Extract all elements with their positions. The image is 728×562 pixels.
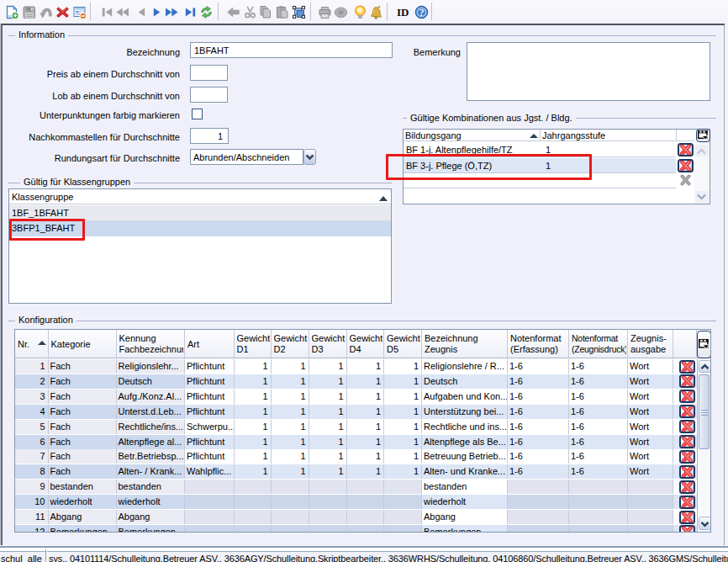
- svg-text:?: ?: [419, 8, 425, 18]
